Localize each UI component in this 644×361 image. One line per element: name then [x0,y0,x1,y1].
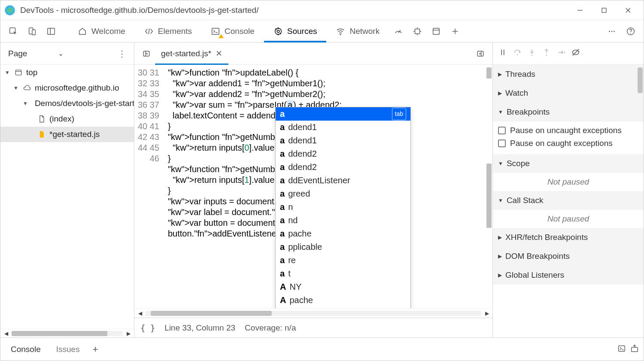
tab-network[interactable]: Network [326,20,389,42]
toggle-debug-icon[interactable] [472,45,489,62]
sidebar-hscroll[interactable]: ◀▶ [0,329,134,337]
section-global[interactable]: ▶Global Listeners [493,266,644,285]
tree-label: Demos/devtools-js-get-started [35,99,134,108]
step-out-icon[interactable] [542,48,551,59]
svg-rect-3 [602,8,606,12]
tree-domain[interactable]: ▼ microsoftedge.github.io [0,80,134,96]
tree-label: microsoftedge.github.io [35,83,119,93]
drawer-issues-icon[interactable] [617,344,626,355]
tab-elements[interactable]: Elements [135,20,201,42]
autocomplete-item[interactable]: applicable [276,240,410,254]
autocomplete-item[interactable]: AS [276,307,410,308]
chevron-down-icon[interactable]: ⌄ [58,49,64,58]
section-watch[interactable]: ▶Watch [493,84,644,103]
add-tab-icon[interactable] [446,22,465,41]
more-icon[interactable] [602,22,621,41]
section-breakpoints[interactable]: ▼Breakpoints [493,103,644,121]
svg-point-32 [611,30,613,32]
tab-welcome[interactable]: Welcome [68,20,135,42]
format-icon[interactable]: { } [140,323,155,333]
autocomplete-item[interactable]: atab [276,107,410,121]
step-over-icon[interactable] [513,48,522,59]
maximize-button[interactable] [592,0,616,20]
tree-folder[interactable]: ▼ Demos/devtools-js-get-started [0,96,134,111]
titlebar: DevTools - microsoftedge.github.io/Demos… [0,0,644,20]
chk-caught[interactable]: Pause on caught exceptions [498,137,638,150]
tree-label: (index) [49,114,74,124]
tree-current-file[interactable]: *get-started.js [0,127,134,142]
section-scope[interactable]: ▼Scope [493,154,644,173]
code-editor[interactable]: 30 31 32 33 34 35 36 37 38 39 40 41 42 4… [134,65,492,308]
pause-icon[interactable] [498,48,507,59]
cloud-icon [23,84,31,92]
close-button[interactable] [616,0,640,20]
file-tab[interactable]: get-started.js* ✕ [155,42,228,65]
editor-hscroll[interactable]: ◀▶ [134,308,492,318]
application-icon[interactable] [427,22,446,41]
tree-label: *get-started.js [49,130,100,139]
autocomplete-popup[interactable]: atabaddend1addend1addend2addend2addEvent… [275,107,411,308]
checkbox-icon[interactable] [498,140,506,147]
svg-point-44 [517,54,518,55]
autocomplete-item[interactable]: addend2 [276,147,410,161]
toggle-nav-icon[interactable] [138,45,155,62]
sidebar-head: Page ⌄ ⋮ [0,42,134,65]
close-icon[interactable]: ✕ [216,49,222,58]
autocomplete-item[interactable]: addend1 [276,121,410,134]
svg-point-48 [546,55,547,56]
section-callstack[interactable]: ▼Call Stack [493,191,644,210]
drawer-issues[interactable]: Issues [50,338,86,361]
memory-icon[interactable] [408,22,427,41]
autocomplete-item[interactable]: addEventListener [276,174,410,187]
gutter: 30 31 32 33 34 35 36 37 38 39 40 41 42 4… [134,65,165,308]
autocomplete-item[interactable]: apache [276,227,410,240]
checkbox-icon[interactable] [498,127,506,134]
svg-line-11 [149,28,149,34]
svg-rect-12 [212,28,219,34]
editor-vscroll[interactable] [486,65,492,296]
autocomplete-item[interactable]: addend1 [276,134,410,147]
step-icon[interactable] [556,48,566,59]
callstack-notpaused: Not paused [493,210,644,228]
autocomplete-item[interactable]: ANY [276,280,410,294]
autocomplete-item[interactable]: an [276,200,410,214]
svg-rect-8 [32,30,35,35]
file-icon [37,115,46,123]
autocomplete-item[interactable]: at [276,267,410,280]
autocomplete-item[interactable]: agreed [276,187,410,200]
tab-sources[interactable]: Sources [264,20,327,42]
step-into-icon[interactable] [527,48,537,59]
section-dom[interactable]: ▶DOM Breakpoints [493,247,644,266]
kebab-icon[interactable]: ⋮ [118,49,126,59]
debug-vscroll[interactable] [637,65,644,337]
drawer-expand-icon[interactable] [630,344,639,355]
section-xhr[interactable]: ▶XHR/fetch Breakpoints [493,228,644,247]
deactivate-bp-icon[interactable] [571,48,580,59]
tab-console[interactable]: Console [201,20,264,42]
file-js-icon [37,130,46,139]
autocomplete-item[interactable]: and [276,214,410,227]
inspect-icon[interactable] [4,22,23,41]
sidebar: Page ⌄ ⋮ ▼ top ▼ microsoftedge.github.io… [0,42,134,337]
tree-index[interactable]: (index) [0,111,134,127]
svg-point-50 [564,52,565,53]
minimize-button[interactable] [568,0,592,20]
debug-toolbar [493,42,644,65]
autocomplete-item[interactable]: addend2 [276,161,410,174]
sidebar-mode[interactable]: Page [8,49,54,58]
autocomplete-item[interactable]: Apache [276,294,410,307]
help-icon[interactable] [621,22,640,41]
drawer-console[interactable]: Console [5,338,47,361]
tree-top[interactable]: ▼ top [0,65,134,80]
cursor-position: Line 33, Column 23 [164,323,235,333]
app-icon [4,4,16,16]
dock-icon[interactable] [42,22,61,41]
chk-uncaught[interactable]: Pause on uncaught exceptions [498,124,638,137]
performance-icon[interactable] [389,22,408,41]
autocomplete-item[interactable]: are [276,254,410,267]
tree-label: top [26,68,37,77]
add-drawer-tab-icon[interactable]: + [89,344,102,355]
svg-point-1 [7,7,13,13]
section-threads[interactable]: ▶Threads [493,65,644,84]
device-icon[interactable] [23,22,42,41]
